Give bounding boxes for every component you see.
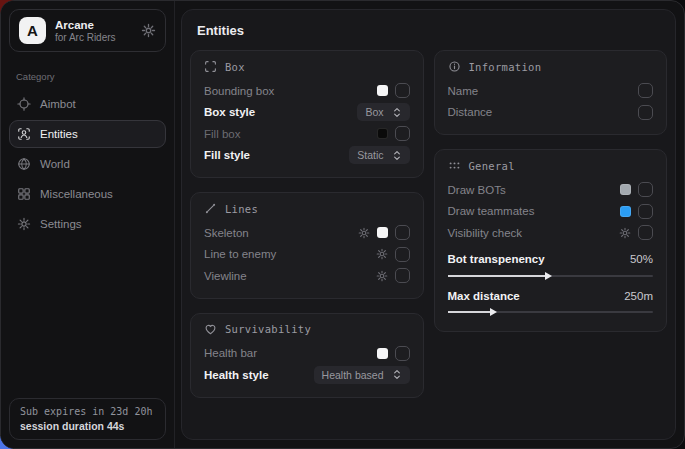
sidebar-item-miscellaneous[interactable]: Miscellaneous: [9, 180, 166, 208]
arcane-window: A Arcane for Arc Riders Category: [0, 0, 685, 449]
chevrons-up-down-icon: [392, 369, 402, 380]
sidebar-item-label: Entities: [40, 128, 78, 140]
sidebar-item-label: Settings: [40, 218, 82, 230]
setting-row-box-style: Box style Box: [204, 102, 410, 124]
color-swatch[interactable]: [377, 227, 388, 238]
dropdown-value: Health based: [322, 369, 384, 381]
row-settings-gear-icon[interactable]: [376, 248, 388, 260]
setting-row-fill-style: Fill style Static: [204, 145, 410, 167]
setting-row-draw-teammates: Draw teammates: [448, 201, 654, 223]
color-swatch[interactable]: [620, 206, 631, 217]
general-panel: General Draw BOTs Draw teammates: [434, 149, 668, 332]
general-panel-header: General: [448, 159, 654, 172]
survivability-panel: Survivability Health bar Health styl: [190, 313, 424, 398]
dropdown-value: Static: [357, 149, 383, 161]
category-label: Category: [1, 60, 174, 89]
setting-row-draw-bots: Draw BOTs: [448, 179, 654, 201]
sidebar: A Arcane for Arc Riders Category: [1, 1, 175, 448]
brand-subtitle: for Arc Riders: [55, 32, 116, 43]
health-style-dropdown[interactable]: Health based: [314, 366, 410, 384]
setting-label: Max distance: [448, 290, 520, 302]
checkbox[interactable]: [395, 83, 410, 98]
row-settings-gear-icon[interactable]: [358, 227, 370, 239]
brand-card: A Arcane for Arc Riders: [9, 9, 166, 52]
entities-page: Entities Box: [181, 9, 676, 440]
setting-label: Line to enemy: [204, 248, 276, 260]
sidebar-item-settings[interactable]: Settings: [9, 210, 166, 238]
lines-panel: Lines Skeleton: [190, 192, 424, 299]
crosshair-icon: [17, 97, 31, 111]
setting-row-visibility-check: Visibility check: [448, 222, 654, 244]
desktop-background: A Arcane for Arc Riders Category: [0, 0, 685, 449]
setting-label: Box style: [204, 106, 255, 118]
box-panel-header: Box: [204, 60, 410, 73]
setting-label: Bot transpenency: [448, 253, 545, 265]
brand-gear-icon[interactable]: [141, 23, 156, 38]
color-swatch[interactable]: [377, 348, 388, 359]
row-settings-gear-icon[interactable]: [619, 227, 631, 239]
setting-row-line-to-enemy: Line to enemy: [204, 244, 410, 266]
color-swatch[interactable]: [377, 128, 388, 139]
setting-label: Fill style: [204, 149, 250, 161]
brand-title: Arcane: [55, 19, 116, 31]
box-panel: Box Bounding box Box style: [190, 50, 424, 178]
left-column: Box Bounding box Box style: [190, 50, 424, 398]
sidebar-spacer: [1, 239, 174, 390]
panel-title: Survivability: [225, 323, 311, 335]
setting-label: Bounding box: [204, 85, 274, 97]
bot-transparency-slider[interactable]: [448, 271, 654, 280]
setting-row-max-distance: Max distance 250m: [448, 285, 654, 307]
setting-label: Fill box: [204, 128, 240, 140]
panel-title: General: [469, 160, 515, 172]
sidebar-item-aimbot[interactable]: Aimbot: [9, 90, 166, 118]
checkbox[interactable]: [638, 182, 653, 197]
sidebar-item-entities[interactable]: Entities: [9, 120, 166, 148]
setting-row-health-style: Health style Health based: [204, 364, 410, 386]
subscription-expiry: Sub expires in 23d 20h: [20, 406, 155, 417]
dots-grid-icon: [448, 159, 461, 172]
checkbox[interactable]: [395, 268, 410, 283]
information-panel-header: Information: [448, 60, 654, 73]
grid-icon: [17, 187, 31, 201]
setting-row-bot-transparency: Bot transpenency 50%: [448, 249, 654, 271]
setting-label: Distance: [448, 106, 493, 118]
max-distance-slider[interactable]: [448, 308, 654, 317]
checkbox[interactable]: [638, 204, 653, 219]
color-swatch[interactable]: [620, 184, 631, 195]
panel-title: Lines: [225, 203, 258, 215]
checkbox[interactable]: [395, 126, 410, 141]
right-column: Information Name Distance: [434, 50, 668, 332]
checkbox[interactable]: [638, 225, 653, 240]
box-style-dropdown[interactable]: Box: [357, 103, 409, 121]
brand-avatar: A: [19, 17, 46, 44]
chevrons-up-down-icon: [392, 150, 402, 161]
globe-icon: [17, 157, 31, 171]
chevrons-up-down-icon: [392, 107, 402, 118]
checkbox[interactable]: [395, 346, 410, 361]
setting-row-health-bar: Health bar: [204, 343, 410, 365]
sidebar-item-world[interactable]: World: [9, 150, 166, 178]
sidebar-nav: Aimbot Entities: [1, 89, 174, 239]
setting-label: Draw BOTs: [448, 184, 506, 196]
info-icon: [448, 60, 461, 73]
row-settings-gear-icon[interactable]: [376, 270, 388, 282]
slider-thumb[interactable]: [545, 272, 552, 280]
setting-label: Viewline: [204, 270, 247, 282]
lines-panel-header: Lines: [204, 202, 410, 215]
setting-label: Health style: [204, 369, 269, 381]
checkbox[interactable]: [395, 247, 410, 262]
setting-label: Name: [448, 85, 479, 97]
dropdown-value: Box: [365, 106, 383, 118]
survivability-panel-header: Survivability: [204, 323, 410, 336]
slider-fill: [448, 311, 491, 313]
setting-row-skeleton: Skeleton: [204, 222, 410, 244]
slider-thumb[interactable]: [490, 308, 497, 316]
slider-value: 250m: [624, 290, 653, 302]
checkbox[interactable]: [638, 83, 653, 98]
setting-row-name: Name: [448, 80, 654, 102]
checkbox[interactable]: [395, 225, 410, 240]
checkbox[interactable]: [638, 105, 653, 120]
color-swatch[interactable]: [377, 85, 388, 96]
sidebar-item-label: Miscellaneous: [40, 188, 113, 200]
fill-style-dropdown[interactable]: Static: [349, 146, 409, 164]
